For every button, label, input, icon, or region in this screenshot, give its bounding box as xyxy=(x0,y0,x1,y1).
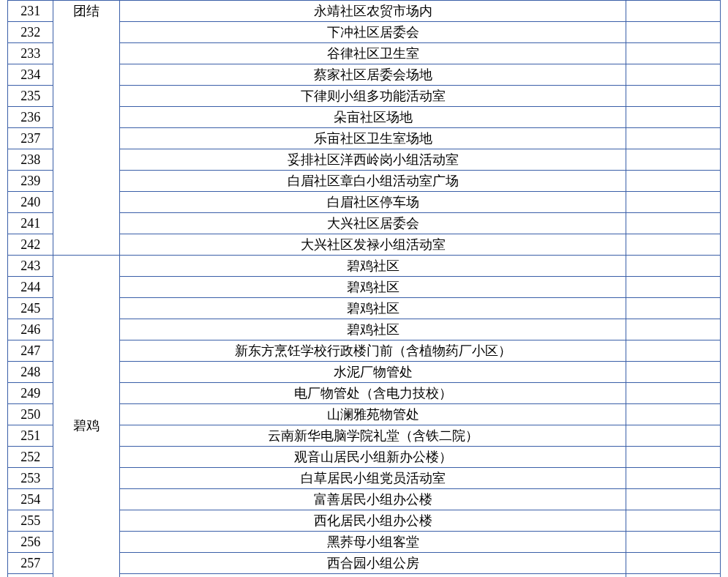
row-number: 257 xyxy=(8,553,53,574)
empty-cell xyxy=(626,362,720,383)
description-cell: 云南新华电脑学院礼堂（含铁二院） xyxy=(120,425,626,447)
description-cell: 白眉社区停车场 xyxy=(120,192,626,213)
empty-cell xyxy=(626,319,720,340)
empty-cell xyxy=(626,447,720,468)
description-cell: 西合园小组公房 xyxy=(120,553,626,574)
empty-cell xyxy=(626,22,720,43)
row-number: 250 xyxy=(8,404,53,425)
row-number: 251 xyxy=(8,425,53,447)
empty-cell xyxy=(626,298,720,319)
row-number: 252 xyxy=(8,447,53,468)
empty-cell xyxy=(626,234,720,256)
description-cell: 大兴社区发禄小组活动室 xyxy=(120,234,626,256)
empty-cell xyxy=(626,277,720,298)
description-cell: 新东方烹饪学校行政楼门前（含植物药厂小区） xyxy=(120,340,626,362)
description-cell: 白眉社区章白小组活动室广场 xyxy=(120,171,626,192)
row-number: 255 xyxy=(8,510,53,532)
table-row: 231团结永靖社区农贸市场内 xyxy=(8,1,721,22)
description-cell: 下律则小组多功能活动室 xyxy=(120,86,626,107)
row-number: 243 xyxy=(8,256,53,277)
empty-cell xyxy=(626,107,720,128)
empty-cell xyxy=(626,489,720,510)
region-cell: 团结 xyxy=(53,1,120,256)
table-row: 243碧鸡碧鸡社区 xyxy=(8,256,721,277)
empty-cell xyxy=(626,213,720,234)
region-cell: 碧鸡 xyxy=(53,256,120,578)
row-number: 258 xyxy=(8,574,53,578)
data-table: 231团结永靖社区农贸市场内232下冲社区居委会233谷律社区卫生室234蔡家社… xyxy=(7,0,721,577)
row-number: 242 xyxy=(8,234,53,256)
description-cell: 永靖社区农贸市场内 xyxy=(120,1,626,22)
row-number: 254 xyxy=(8,489,53,510)
row-number: 238 xyxy=(8,149,53,171)
row-number: 240 xyxy=(8,192,53,213)
description-cell: 谷律社区卫生室 xyxy=(120,43,626,64)
empty-cell xyxy=(626,149,720,171)
empty-cell xyxy=(626,86,720,107)
row-number: 235 xyxy=(8,86,53,107)
description-cell: 大兴社区居委会 xyxy=(120,213,626,234)
empty-cell xyxy=(626,43,720,64)
empty-cell xyxy=(626,425,720,447)
row-number: 253 xyxy=(8,468,53,489)
row-number: 249 xyxy=(8,383,53,404)
row-number: 248 xyxy=(8,362,53,383)
row-number: 256 xyxy=(8,532,53,553)
empty-cell xyxy=(626,510,720,532)
description-cell: 妥排社区洋西岭岗小组活动室 xyxy=(120,149,626,171)
description-cell: 蔡家社区居委会场地 xyxy=(120,64,626,86)
row-number: 239 xyxy=(8,171,53,192)
empty-cell xyxy=(626,1,720,22)
description-cell: 富善居民小组办公楼 xyxy=(120,489,626,510)
empty-cell xyxy=(626,256,720,277)
description-cell: 水泥厂物管处 xyxy=(120,362,626,383)
row-number: 244 xyxy=(8,277,53,298)
row-number: 246 xyxy=(8,319,53,340)
row-number: 231 xyxy=(8,1,53,22)
description-cell: 朵亩社区场地 xyxy=(120,107,626,128)
description-cell: 古莲居民小组农贸市场 xyxy=(120,574,626,578)
empty-cell xyxy=(626,383,720,404)
description-cell: 碧鸡社区 xyxy=(120,319,626,340)
row-number: 232 xyxy=(8,22,53,43)
description-cell: 碧鸡社区 xyxy=(120,256,626,277)
description-cell: 白草居民小组党员活动室 xyxy=(120,468,626,489)
description-cell: 电厂物管处（含电力技校） xyxy=(120,383,626,404)
row-number: 247 xyxy=(8,340,53,362)
empty-cell xyxy=(626,192,720,213)
description-cell: 碧鸡社区 xyxy=(120,298,626,319)
description-cell: 山澜雅苑物管处 xyxy=(120,404,626,425)
row-number: 236 xyxy=(8,107,53,128)
description-cell: 乐亩社区卫生室场地 xyxy=(120,128,626,149)
empty-cell xyxy=(626,468,720,489)
description-cell: 黑荞母小组客堂 xyxy=(120,532,626,553)
description-cell: 下冲社区居委会 xyxy=(120,22,626,43)
empty-cell xyxy=(626,553,720,574)
row-number: 234 xyxy=(8,64,53,86)
description-cell: 西化居民小组办公楼 xyxy=(120,510,626,532)
row-number: 237 xyxy=(8,128,53,149)
empty-cell xyxy=(626,404,720,425)
empty-cell xyxy=(626,532,720,553)
empty-cell xyxy=(626,128,720,149)
description-cell: 观音山居民小组新办公楼） xyxy=(120,447,626,468)
row-number: 233 xyxy=(8,43,53,64)
empty-cell xyxy=(626,64,720,86)
empty-cell xyxy=(626,574,720,578)
description-cell: 碧鸡社区 xyxy=(120,277,626,298)
empty-cell xyxy=(626,340,720,362)
row-number: 245 xyxy=(8,298,53,319)
empty-cell xyxy=(626,171,720,192)
row-number: 241 xyxy=(8,213,53,234)
